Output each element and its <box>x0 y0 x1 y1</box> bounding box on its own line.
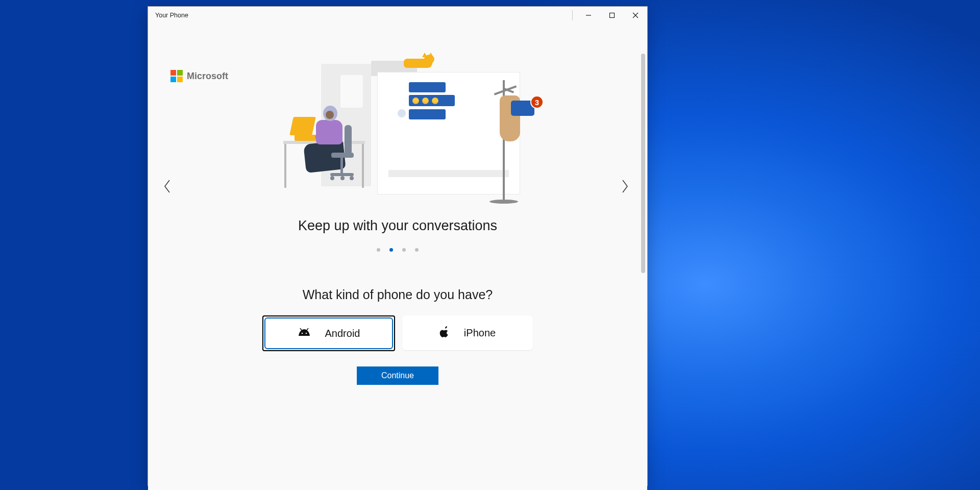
carousel-dots <box>148 248 647 252</box>
choice-android-label: Android <box>325 328 360 339</box>
apple-icon <box>439 326 450 340</box>
carousel-dot-3[interactable] <box>415 248 419 252</box>
window-controls <box>572 7 647 24</box>
phone-type-choices: Android iPhone <box>148 315 647 351</box>
carousel-title: Keep up with your conversations <box>148 218 647 234</box>
android-icon <box>298 328 311 339</box>
svg-rect-1 <box>610 13 615 18</box>
carousel-dot-2[interactable] <box>402 248 406 252</box>
choice-iphone[interactable]: iPhone <box>402 315 533 350</box>
avatar-icon <box>398 109 406 117</box>
choice-iphone-label: iPhone <box>464 327 496 339</box>
close-button[interactable] <box>624 7 647 23</box>
minimize-button[interactable] <box>577 7 600 23</box>
continue-button[interactable]: Continue <box>357 366 438 385</box>
maximize-button[interactable] <box>600 7 624 23</box>
client-area: Microsoft <box>148 52 647 490</box>
choice-android[interactable]: Android <box>264 317 393 349</box>
carousel: 3 Keep up with your conversations <box>148 52 647 252</box>
carousel-dot-1[interactable] <box>389 248 393 252</box>
carousel-next-button[interactable] <box>615 176 635 197</box>
choice-iphone-wrap: iPhone <box>402 315 533 351</box>
phone-type-question: What kind of phone do you have? <box>148 287 647 302</box>
carousel-prev-button[interactable] <box>157 176 178 197</box>
window-title: Your Phone <box>148 12 188 19</box>
choice-android-wrap: Android <box>262 315 395 351</box>
svg-line-6 <box>300 328 302 330</box>
chat-bubble-icon <box>409 109 446 119</box>
carousel-dot-0[interactable] <box>377 248 380 252</box>
chat-bubble-icon <box>409 82 446 92</box>
svg-line-7 <box>307 328 308 330</box>
chat-bubble-emoji-icon <box>409 95 455 106</box>
notification-badge: 3 <box>530 95 544 109</box>
titlebar: Your Phone <box>148 7 647 24</box>
svg-point-4 <box>301 332 303 334</box>
carousel-illustration: 3 <box>255 52 541 194</box>
cat-icon <box>404 52 433 69</box>
svg-point-5 <box>305 332 307 334</box>
app-window: Your Phone Microsoft <box>148 6 648 486</box>
titlebar-separator <box>572 10 573 20</box>
